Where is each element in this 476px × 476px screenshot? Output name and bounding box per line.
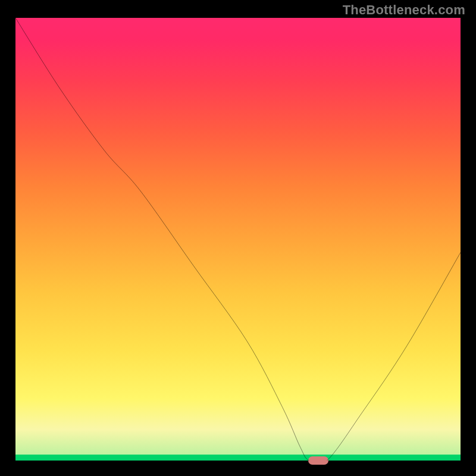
plot-area: [15, 18, 461, 461]
watermark-text: TheBottleneck.com: [343, 2, 465, 18]
chart-container: TheBottleneck.com: [0, 0, 476, 476]
bottleneck-curve: [15, 18, 461, 461]
